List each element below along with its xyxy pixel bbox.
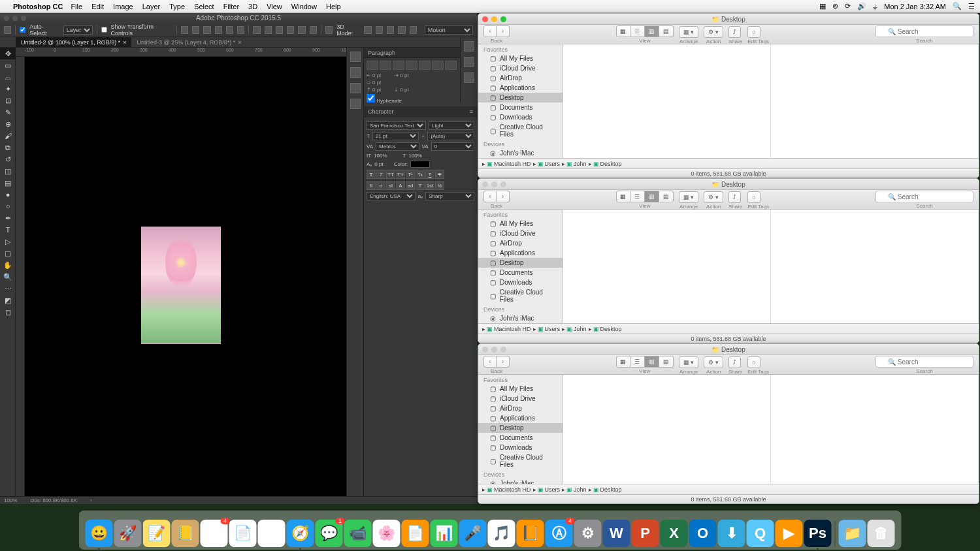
doc-size[interactable]: Doc: 800.8K/800.8K — [30, 497, 77, 503]
search-input[interactable] — [875, 191, 973, 202]
opentype-button[interactable]: ½ — [435, 181, 444, 190]
sidebar-item-creative-cloud-files[interactable]: ▢Creative Cloud Files — [478, 452, 563, 469]
eraser-tool[interactable]: ◫ — [0, 165, 16, 177]
subscript-button[interactable]: T₁ — [416, 170, 425, 179]
indent-left[interactable]: 0 pt — [372, 72, 381, 78]
dock-word[interactable]: W — [603, 520, 630, 547]
panel-icon[interactable] — [350, 99, 361, 109]
dock-stickies[interactable]: 📝 — [143, 520, 171, 547]
panel-icon[interactable] — [350, 83, 361, 93]
canvas[interactable] — [25, 57, 346, 496]
opentype-button[interactable]: st — [386, 181, 395, 190]
icon-view-button[interactable]: ▦ — [616, 191, 630, 202]
share-button[interactable]: ⤴ — [728, 356, 741, 368]
3d-opt-icon[interactable] — [398, 26, 405, 34]
gallery-view-button[interactable]: ▤ — [659, 356, 674, 368]
opentype-button[interactable]: A — [396, 181, 405, 190]
forward-button[interactable]: › — [497, 356, 510, 368]
sidebar-item-desktop[interactable]: ▢Desktop — [478, 423, 563, 433]
panel-menu-icon[interactable]: ≡ — [470, 108, 473, 115]
traffic-lights[interactable] — [482, 347, 506, 353]
hand-tool[interactable]: ✋ — [0, 259, 16, 271]
finder-content[interactable] — [563, 44, 979, 158]
zoom-tool[interactable]: 🔍 — [0, 271, 16, 283]
dock-preferences[interactable]: ⚙ — [574, 520, 602, 547]
align-icon[interactable] — [203, 26, 210, 34]
distribute-icon[interactable] — [265, 26, 272, 34]
sidebar-item-creative-cloud-files[interactable]: ▢Creative Cloud Files — [478, 287, 563, 304]
dodge-tool[interactable]: ○ — [0, 200, 16, 212]
language[interactable]: English: USA — [367, 192, 416, 200]
sidebar-item-documents[interactable]: ▢Documents — [478, 268, 563, 277]
first-line[interactable]: 0 pt — [372, 80, 381, 86]
panel-icon[interactable] — [350, 67, 361, 78]
menu-type[interactable]: Type — [169, 3, 185, 10]
wand-tool[interactable]: ✦ — [0, 83, 16, 95]
distribute-icon[interactable] — [310, 26, 317, 34]
spotlight-icon[interactable]: 🔍 — [953, 2, 962, 10]
traffic-lights[interactable] — [482, 181, 506, 187]
dock-vlc[interactable]: ▶ — [776, 520, 803, 547]
opentype-button[interactable]: T — [416, 181, 425, 190]
column-view-button[interactable]: ▥ — [645, 356, 659, 368]
pen-tool[interactable]: ✒ — [0, 212, 16, 224]
column-view-button[interactable]: ▥ — [645, 191, 659, 202]
sidebar-item-creative-cloud-files[interactable]: ▢Creative Cloud Files — [478, 122, 563, 139]
space-before[interactable]: 0 pt — [372, 87, 381, 93]
menu-window[interactable]: Window — [291, 3, 317, 10]
brush-tool[interactable]: 🖌 — [0, 130, 16, 142]
dock-photoshop[interactable]: Ps — [804, 520, 832, 547]
allcaps-button[interactable]: TT — [386, 170, 395, 179]
arrange-button[interactable]: ▦ ▾ — [679, 26, 699, 38]
justify-right-button[interactable] — [432, 61, 444, 70]
search-input[interactable] — [875, 356, 973, 368]
menu-image[interactable]: Image — [113, 3, 133, 10]
panel-icon[interactable] — [350, 52, 361, 62]
dock-reminders[interactable]: ☑ — [258, 520, 286, 547]
dock-folder[interactable]: 📁 — [839, 520, 866, 547]
ps-tab-1[interactable]: Untitled-2 @ 100% (Layer 1, RGB/8) *× — [16, 37, 131, 47]
dock-contacts[interactable]: 📒 — [172, 520, 199, 547]
font-weight[interactable]: Light — [429, 121, 474, 130]
sidebar-item-desktop[interactable]: ▢Desktop — [478, 93, 563, 102]
sidebar-item-icloud-drive[interactable]: ▢iCloud Drive — [478, 228, 563, 238]
justify-center-button[interactable] — [419, 61, 431, 70]
back-button[interactable]: ‹ — [483, 356, 497, 368]
crop-tool[interactable]: ⊡ — [0, 95, 16, 106]
eyedropper-tool[interactable]: ✎ — [0, 106, 16, 118]
flower-image[interactable] — [141, 227, 221, 344]
distribute-icon[interactable] — [253, 26, 260, 34]
3d-opt-icon[interactable] — [364, 26, 371, 34]
opentype-button[interactable]: ad — [406, 181, 415, 190]
opentype-button[interactable]: σ — [376, 181, 385, 190]
status-volume-icon[interactable]: 🔊 — [857, 2, 866, 10]
sidebar-item-applications[interactable]: ▢Applications — [478, 248, 563, 258]
align-icon[interactable] — [181, 26, 188, 34]
forward-button[interactable]: › — [497, 191, 510, 202]
list-view-button[interactable]: ☰ — [630, 25, 645, 37]
close-icon[interactable]: × — [238, 39, 241, 46]
dock-keynote[interactable]: 🎤 — [459, 520, 487, 547]
sidebar-item-downloads[interactable]: ▢Downloads — [478, 277, 563, 287]
traffic-lights[interactable] — [482, 16, 506, 22]
status-sync-icon[interactable]: ⊚ — [832, 2, 838, 10]
tags-button[interactable]: ○ — [747, 191, 760, 203]
workspace-preset[interactable]: Motion — [425, 25, 473, 35]
dock-notes[interactable]: 📄 — [229, 520, 257, 547]
menu-layer[interactable]: Layer — [142, 3, 161, 10]
dock-calendar[interactable]: 2 4 — [201, 520, 228, 547]
shape-tool[interactable]: ▢ — [0, 247, 16, 259]
panel-icon[interactable] — [464, 41, 474, 52]
menu-file[interactable]: File — [71, 3, 82, 10]
finder-titlebar[interactable]: 📁 Desktop — [478, 344, 979, 355]
notifications-icon[interactable]: ☰ — [968, 2, 975, 10]
leading[interactable]: (Auto) — [427, 132, 474, 140]
sidebar-item-all-my-files[interactable]: ▢All My Files — [478, 384, 563, 394]
sidebar-item-documents[interactable]: ▢Documents — [478, 102, 563, 112]
show-transform-checkbox[interactable] — [101, 27, 107, 33]
status-creative-cloud-icon[interactable]: ▦ — [819, 2, 826, 10]
hyphenate-checkbox[interactable] — [367, 94, 375, 102]
dock-appstore[interactable]: Ⓐ 4 — [546, 520, 573, 547]
arrange-button[interactable]: ▦ ▾ — [679, 191, 699, 203]
close-icon[interactable]: × — [123, 39, 126, 46]
